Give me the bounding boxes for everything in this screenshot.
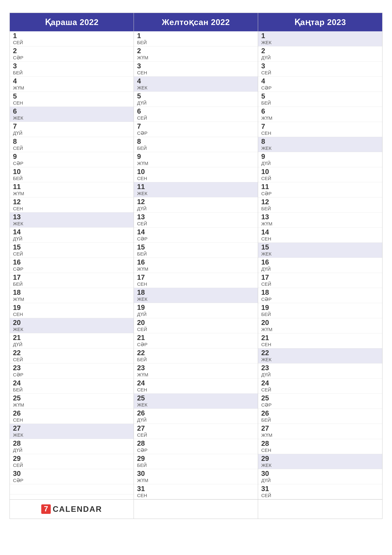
day-name-0-18: СЕН <box>13 312 26 317</box>
day-number-2-23: 24 <box>261 380 274 387</box>
day-row-0-29: 30СӘР <box>10 469 134 484</box>
day-number-2-30: 31 <box>261 485 274 492</box>
day-name-2-14: ЖЕК <box>261 251 274 257</box>
day-number-1-9: 10 <box>137 168 150 175</box>
day-number-1-11: 12 <box>137 198 150 205</box>
day-number-1-10: 11 <box>137 183 150 190</box>
day-row-2-12: 13ЖҮМ <box>258 212 382 228</box>
day-row-0-22: 23СӘР <box>10 363 134 379</box>
day-row-1-7: 8БЕЙ <box>134 137 258 152</box>
day-row-2-19: 20ЖҮМ <box>258 318 382 333</box>
day-name-1-26: СЕЙ <box>137 432 150 438</box>
month-header-2: Қаңтар 2023 <box>258 13 382 31</box>
day-name-2-0: ЖЕК <box>261 40 274 45</box>
day-number-2-21: 22 <box>261 349 274 356</box>
day-name-2-4: БЕЙ <box>261 100 274 106</box>
month-header-0: Қараша 2022 <box>10 13 134 31</box>
day-name-0-7: СЕЙ <box>13 146 26 151</box>
day-content-2-1: 2ДҮЙ <box>261 47 274 60</box>
day-name-1-22: ЖҮМ <box>137 372 150 378</box>
day-name-2-5: ЖҮМ <box>261 115 274 121</box>
day-row-1-27: 28СӘР <box>134 439 258 454</box>
day-content-1-8: 9ЖҮМ <box>137 153 150 166</box>
month-header-1: Желтоқсан 2022 <box>134 13 258 31</box>
day-row-2-11: 12БЕЙ <box>258 197 382 212</box>
day-number-0-11: 12 <box>13 198 26 205</box>
day-content-2-25: 26БЕЙ <box>261 410 274 423</box>
day-name-2-2: СЕЙ <box>261 70 274 75</box>
day-number-2-28: 29 <box>261 455 274 462</box>
day-content-0-13: 14ДҮЙ <box>13 228 26 241</box>
day-row-1-10: 11ЖЕК <box>134 182 258 197</box>
day-number-1-26: 27 <box>137 425 150 432</box>
day-name-2-3: СӘР <box>261 85 274 91</box>
day-name-1-23: СЕН <box>137 387 150 393</box>
day-number-0-28: 29 <box>13 455 26 462</box>
day-content-2-15: 16ДҮЙ <box>261 259 274 272</box>
day-number-2-11: 12 <box>261 198 274 205</box>
day-number-0-2: 3 <box>13 63 26 69</box>
day-content-0-24: 25ЖҮМ <box>13 394 26 408</box>
day-name-0-27: ДҮЙ <box>13 447 26 453</box>
day-name-1-29: ЖҮМ <box>137 478 150 483</box>
day-number-0-15: 16 <box>13 259 26 266</box>
day-name-1-25: ДҮЙ <box>137 417 150 423</box>
day-name-1-28: БЕЙ <box>137 463 150 468</box>
day-number-2-22: 23 <box>261 364 274 371</box>
day-content-1-30: 31СЕН <box>137 485 150 498</box>
day-row-0-19: 20ЖЕК <box>10 318 134 333</box>
day-row-2-3: 4СӘР <box>258 77 382 92</box>
day-content-0-12: 13ЖЕК <box>13 213 26 226</box>
day-name-0-22: СӘР <box>13 372 26 378</box>
day-row-0-24: 25ЖҮМ <box>10 394 134 409</box>
day-number-0-22: 23 <box>13 364 26 371</box>
day-row-0-0: 1СЕЙ <box>10 31 134 46</box>
day-row-0-9: 10БЕЙ <box>10 167 134 182</box>
day-row-2-22: 23ДҮЙ <box>258 363 382 379</box>
day-number-2-26: 27 <box>261 425 274 432</box>
day-content-2-13: 14СЕН <box>261 229 274 241</box>
day-row-2-14: 15ЖЕК <box>258 243 382 258</box>
day-content-1-28: 29БЕЙ <box>137 455 150 468</box>
day-name-2-13: СЕН <box>261 236 274 241</box>
day-name-1-10: ЖЕК <box>137 191 150 196</box>
day-number-0-13: 14 <box>13 228 26 235</box>
day-content-1-15: 16ЖҮМ <box>137 259 150 272</box>
day-name-2-9: СЕЙ <box>261 176 274 181</box>
day-number-2-27: 28 <box>261 440 274 447</box>
day-content-0-23: 24БЕЙ <box>13 380 26 393</box>
day-content-1-20: 21СӘР <box>137 334 150 347</box>
day-name-2-15: ДҮЙ <box>261 266 274 272</box>
day-number-0-17: 18 <box>13 289 26 296</box>
day-name-0-1: СӘР <box>13 55 26 60</box>
day-content-2-14: 15ЖЕК <box>261 244 274 257</box>
day-row-1-22: 23ЖҮМ <box>134 363 258 379</box>
day-number-0-24: 25 <box>13 394 26 402</box>
day-name-2-20: СЕН <box>261 342 274 347</box>
day-content-0-9: 10БЕЙ <box>13 168 26 181</box>
day-content-0-3: 4ЖҮМ <box>13 78 26 91</box>
day-row-0-16: 17БЕЙ <box>10 273 134 288</box>
day-row-0-5: 6ЖЕК <box>10 107 134 122</box>
day-number-2-19: 20 <box>261 319 274 326</box>
day-name-0-10: ЖҮМ <box>13 191 26 196</box>
day-name-1-21: БЕЙ <box>137 357 150 362</box>
day-row-1-17: 18ЖЕК <box>134 288 258 303</box>
day-row-0-27: 28ДҮЙ <box>10 439 134 454</box>
day-number-0-23: 24 <box>13 380 26 387</box>
day-name-1-15: ЖҮМ <box>137 266 150 272</box>
day-number-1-4: 5 <box>137 93 150 100</box>
day-content-1-25: 26ДҮЙ <box>137 410 150 423</box>
day-number-0-3: 4 <box>13 78 26 85</box>
day-row-1-14: 15БЕЙ <box>134 243 258 258</box>
day-row-0-17: 18ЖҮМ <box>10 288 134 303</box>
day-content-1-2: 3СЕН <box>137 63 150 75</box>
day-number-0-5: 6 <box>13 108 26 115</box>
day-name-0-0: СЕЙ <box>13 40 26 45</box>
svg-text:7: 7 <box>44 504 48 513</box>
day-number-2-1: 2 <box>261 47 274 54</box>
footer-empty-cell-2 <box>134 500 258 518</box>
day-number-2-15: 16 <box>261 259 274 266</box>
month-column-0: Қараша 20221СЕЙ2СӘР3БЕЙ4ЖҮМ5СЕН6ЖЕК7ДҮЙ8… <box>10 13 134 499</box>
day-name-0-28: СЕЙ <box>13 463 26 468</box>
